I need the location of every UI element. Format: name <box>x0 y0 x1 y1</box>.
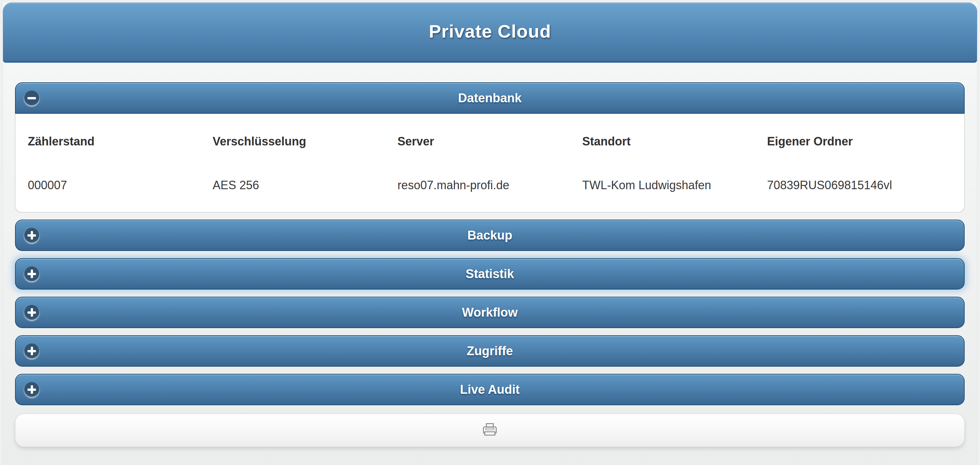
accordion-header-label: Zugriffe <box>467 344 513 358</box>
accordion-header-datenbank[interactable]: Datenbank <box>15 83 965 114</box>
page: Private Cloud Datenbank Zählerstand Vers… <box>3 3 977 465</box>
column-header: Standort <box>582 114 767 148</box>
page-title: Private Cloud <box>429 21 551 45</box>
accordion-header-label: Workflow <box>462 306 518 320</box>
plus-icon <box>24 382 39 397</box>
accordion-header-workflow[interactable]: Workflow <box>15 297 965 328</box>
printer-icon <box>482 423 498 438</box>
column-header: Server <box>397 114 582 148</box>
column-header: Eigener Ordner <box>767 114 952 148</box>
cell-server: reso07.mahn-profi.de <box>397 148 582 192</box>
accordion-header-label: Statistik <box>466 267 514 281</box>
cell-standort: TWL-Kom Ludwigshafen <box>582 148 767 192</box>
accordion-header-statistik[interactable]: Statistik <box>15 258 965 289</box>
accordion-header-label: Backup <box>467 229 512 243</box>
column-header: Zählerstand <box>28 114 213 148</box>
cell-verschluesselung: AES 256 <box>213 148 397 192</box>
accordion: Datenbank Zählerstand Verschlüsselung Se… <box>15 83 965 405</box>
plus-icon <box>24 343 39 359</box>
datenbank-table: Zählerstand Verschlüsselung Server Stand… <box>28 114 952 192</box>
accordion-header-live-audit[interactable]: Live Audit <box>15 374 965 405</box>
accordion-header-label: Live Audit <box>460 382 520 397</box>
accordion-header-zugriffe[interactable]: Zugriffe <box>15 335 965 367</box>
datenbank-panel: Zählerstand Verschlüsselung Server Stand… <box>15 114 965 213</box>
accordion-header-backup[interactable]: Backup <box>15 220 965 251</box>
table-row: 000007 AES 256 reso07.mahn-profi.de TWL-… <box>28 148 952 192</box>
cell-eigener-ordner: 70839RUS069815146vl <box>767 148 952 192</box>
accordion-header-label: Datenbank <box>458 91 522 105</box>
plus-icon <box>24 228 39 243</box>
app-header-banner: Private Cloud <box>3 3 977 63</box>
column-header: Verschlüsselung <box>213 114 397 148</box>
plus-icon <box>24 305 39 320</box>
cell-zaehlerstand: 000007 <box>28 148 213 192</box>
table-header-row: Zählerstand Verschlüsselung Server Stand… <box>28 114 952 148</box>
minus-icon <box>24 90 39 106</box>
print-button[interactable] <box>15 414 965 447</box>
plus-icon <box>24 266 39 281</box>
